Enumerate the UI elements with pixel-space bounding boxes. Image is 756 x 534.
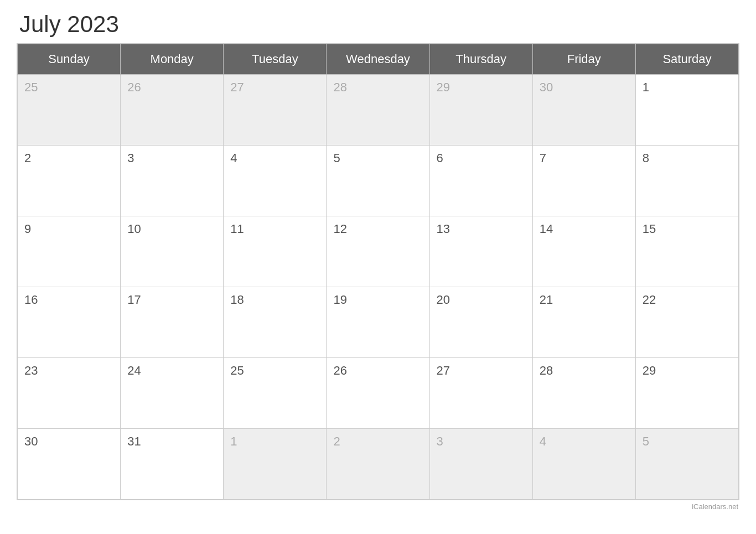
- calendar-day-cell[interactable]: 20: [429, 287, 532, 358]
- calendar-day-cell[interactable]: 23: [18, 358, 121, 429]
- calendar-day-cell[interactable]: 5: [635, 429, 738, 500]
- day-number: 18: [230, 293, 244, 307]
- day-number: 28: [333, 80, 346, 94]
- calendar-day-cell[interactable]: 10: [121, 216, 224, 287]
- calendar-day-cell[interactable]: 31: [121, 429, 224, 500]
- day-number: 3: [127, 151, 134, 165]
- day-number: 14: [540, 222, 553, 236]
- day-number: 24: [127, 364, 141, 377]
- day-number: 26: [127, 80, 141, 94]
- day-of-week-header: Sunday: [18, 44, 121, 75]
- day-number: 29: [437, 80, 450, 94]
- calendar-day-cell[interactable]: 29: [429, 75, 532, 146]
- day-of-week-header: Tuesday: [224, 44, 327, 75]
- calendar-day-cell[interactable]: 1: [224, 429, 327, 500]
- calendar-day-cell[interactable]: 28: [532, 358, 635, 429]
- day-number: 2: [24, 151, 31, 165]
- day-of-week-header: Thursday: [429, 44, 532, 75]
- day-number: 9: [24, 222, 31, 236]
- day-of-week-header: Saturday: [635, 44, 738, 75]
- day-number: 17: [127, 293, 141, 307]
- day-number: 8: [643, 151, 649, 165]
- day-of-week-header: Friday: [532, 44, 635, 75]
- calendar-day-cell[interactable]: 27: [429, 358, 532, 429]
- calendar-day-cell[interactable]: 15: [635, 216, 738, 287]
- day-number: 13: [437, 222, 450, 236]
- calendar-day-cell[interactable]: 2: [327, 429, 429, 500]
- day-number: 26: [333, 364, 346, 377]
- day-number: 27: [437, 364, 450, 377]
- day-of-week-header: Wednesday: [327, 44, 429, 75]
- calendar-day-cell[interactable]: 4: [224, 146, 327, 216]
- day-number: 31: [127, 434, 141, 448]
- calendar-week-row: 2345678: [18, 146, 739, 216]
- calendar-day-cell[interactable]: 25: [18, 75, 121, 146]
- calendar-week-row: 303112345: [18, 429, 739, 500]
- page-title: July 2023: [17, 11, 739, 38]
- calendar-day-cell[interactable]: 13: [429, 216, 532, 287]
- calendar-day-cell[interactable]: 8: [635, 146, 738, 216]
- calendar-day-cell[interactable]: 3: [429, 429, 532, 500]
- calendar-day-cell[interactable]: 29: [635, 358, 738, 429]
- day-number: 1: [230, 434, 237, 448]
- calendar-day-cell[interactable]: 2: [18, 146, 121, 216]
- calendar-day-cell[interactable]: 4: [532, 429, 635, 500]
- calendar-body: 2526272829301234567891011121314151617181…: [18, 75, 739, 500]
- calendar-day-cell[interactable]: 9: [18, 216, 121, 287]
- day-number: 29: [643, 364, 656, 377]
- calendar-week-row: 2526272829301: [18, 75, 739, 146]
- calendar-day-cell[interactable]: 17: [121, 287, 224, 358]
- calendar-day-cell[interactable]: 22: [635, 287, 738, 358]
- calendar-day-cell[interactable]: 18: [224, 287, 327, 358]
- calendar-day-cell[interactable]: 27: [224, 75, 327, 146]
- calendar-day-cell[interactable]: 5: [327, 146, 429, 216]
- calendar-day-cell[interactable]: 1: [635, 75, 738, 146]
- day-number: 3: [437, 434, 443, 448]
- calendar: SundayMondayTuesdayWednesdayThursdayFrid…: [17, 43, 739, 500]
- calendar-day-cell[interactable]: 16: [18, 287, 121, 358]
- day-number: 10: [127, 222, 141, 236]
- watermark: iCalendars.net: [17, 502, 739, 511]
- calendar-day-cell[interactable]: 12: [327, 216, 429, 287]
- day-number: 6: [437, 151, 443, 165]
- day-number: 20: [437, 293, 450, 307]
- calendar-day-cell[interactable]: 14: [532, 216, 635, 287]
- day-number: 4: [230, 151, 237, 165]
- calendar-day-cell[interactable]: 19: [327, 287, 429, 358]
- calendar-day-cell[interactable]: 3: [121, 146, 224, 216]
- calendar-day-cell[interactable]: 26: [327, 358, 429, 429]
- day-number: 22: [643, 293, 656, 307]
- calendar-day-cell[interactable]: 24: [121, 358, 224, 429]
- day-number: 1: [643, 80, 649, 94]
- calendar-day-cell[interactable]: 25: [224, 358, 327, 429]
- calendar-header: SundayMondayTuesdayWednesdayThursdayFrid…: [18, 44, 739, 75]
- day-number: 19: [333, 293, 346, 307]
- day-number: 28: [540, 364, 553, 377]
- day-number: 23: [24, 364, 38, 377]
- calendar-week-row: 23242526272829: [18, 358, 739, 429]
- calendar-day-cell[interactable]: 28: [327, 75, 429, 146]
- day-number: 30: [540, 80, 553, 94]
- calendar-day-cell[interactable]: 6: [429, 146, 532, 216]
- calendar-day-cell[interactable]: 30: [18, 429, 121, 500]
- day-number: 5: [333, 151, 340, 165]
- calendar-week-row: 9101112131415: [18, 216, 739, 287]
- day-number: 30: [24, 434, 38, 448]
- calendar-day-cell[interactable]: 21: [532, 287, 635, 358]
- day-number: 2: [333, 434, 340, 448]
- day-number: 4: [540, 434, 546, 448]
- calendar-day-cell[interactable]: 11: [224, 216, 327, 287]
- day-number: 5: [643, 434, 649, 448]
- day-number: 11: [230, 222, 244, 236]
- day-number: 25: [24, 80, 38, 94]
- calendar-week-row: 16171819202122: [18, 287, 739, 358]
- day-number: 21: [540, 293, 553, 307]
- day-number: 12: [333, 222, 346, 236]
- day-number: 27: [230, 80, 244, 94]
- calendar-day-cell[interactable]: 7: [532, 146, 635, 216]
- calendar-day-cell[interactable]: 30: [532, 75, 635, 146]
- day-of-week-header: Monday: [121, 44, 224, 75]
- day-number: 7: [540, 151, 546, 165]
- calendar-day-cell[interactable]: 26: [121, 75, 224, 146]
- day-number: 25: [230, 364, 244, 377]
